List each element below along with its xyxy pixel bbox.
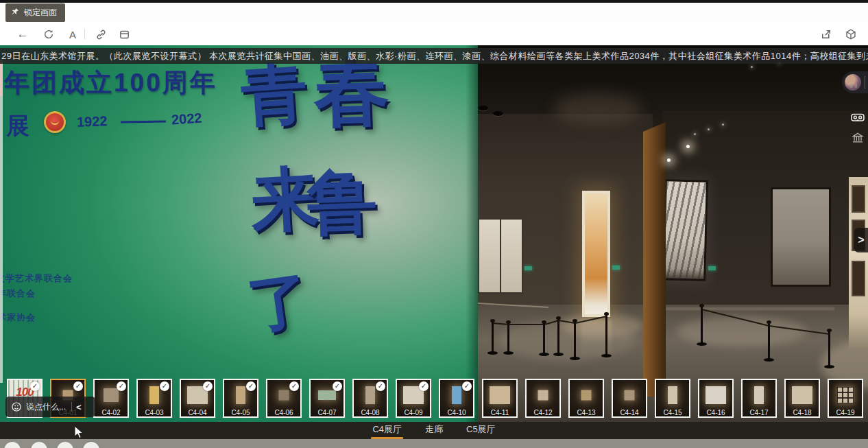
thumbnail-C4-09[interactable]: C4-09✓ [396, 379, 431, 418]
browser-toolbar: ← A [0, 22, 868, 45]
artwork-ink-abstract [662, 179, 708, 281]
ceiling-can-light [493, 111, 503, 116]
thumbnail-label: C4-05 [224, 409, 257, 416]
emoji-button[interactable] [11, 401, 22, 412]
tab-C5展厅[interactable]: C5展厅 [465, 422, 497, 439]
stanchion-post [768, 322, 770, 359]
thumbnail-C4-07[interactable]: C4-07✓ [309, 379, 345, 418]
refresh-button[interactable] [41, 27, 56, 42]
link-icon [95, 29, 107, 40]
back-button[interactable]: ← [15, 27, 30, 42]
thumbnail-label: C4-17 [743, 409, 775, 416]
calligraphy-char-5: 了 [244, 268, 314, 338]
share-button[interactable] [819, 27, 834, 42]
stanchion-post [574, 321, 576, 358]
thumbnail-C4-18[interactable]: C4-18 [784, 379, 820, 418]
wall-edge-shade [466, 45, 478, 422]
thumbnail-C4-10[interactable]: C4-10✓ [439, 379, 474, 418]
stanchion-post [828, 331, 830, 366]
window-top-edge [0, 0, 868, 3]
diptych-panel [479, 220, 500, 292]
thumbnail-C4-03[interactable]: C4-03✓ [136, 379, 172, 418]
pin-icon [11, 8, 19, 18]
year-start: 1922 [77, 113, 108, 130]
mini-artwork [852, 261, 865, 296]
thumbnail-label: C4-18 [786, 409, 819, 416]
bottom-strip [0, 439, 868, 448]
youth-league-badge-icon [44, 111, 66, 133]
museum-building-icon [851, 131, 865, 145]
gallery-interior [478, 45, 868, 422]
next-scene-button[interactable]: > [854, 228, 868, 252]
stanchion-post [701, 306, 703, 344]
model-3d-button[interactable] [843, 27, 858, 42]
marquee-text: 29日在山东美术馆开展。（此次展览不设开幕式） 本次展览共计征集中国画、油画、版… [0, 50, 868, 62]
stanchion-post [605, 314, 607, 355]
thumbnail-C4-17[interactable]: C4-17 [741, 379, 777, 418]
panorama-viewport[interactable]: 年团成立100周年 展 1922 2022 青春来鲁了 文学艺术界联合会 年联合… [0, 45, 868, 422]
thumbnail-C4-05[interactable]: C4-05✓ [223, 379, 258, 418]
thumbnail-artwork [625, 390, 635, 401]
checked-icon: ✓ [30, 381, 40, 391]
thumbnail-label: C4-06 [267, 409, 300, 416]
thumbnail-artwork [149, 386, 159, 404]
vr-goggles-icon [849, 109, 866, 126]
thumbnail-label: C4-16 [699, 409, 732, 416]
exit-sign [525, 266, 532, 270]
calligraphy-char-4: 鲁 [306, 166, 378, 238]
thumbnail-C4-08[interactable]: C4-08✓ [352, 379, 388, 418]
lock-screen-pin-button[interactable]: 锁定画面 [5, 3, 65, 22]
thumbnail-C4-12[interactable]: C4-12 [525, 379, 561, 418]
font-size-button[interactable]: A [65, 27, 80, 42]
share-icon [820, 28, 832, 40]
smiley-icon [11, 401, 22, 412]
thumbnail-label: C4-14 [613, 409, 646, 416]
thumbnail-artwork [490, 386, 510, 404]
checked-icon: ✓ [419, 381, 429, 391]
thumbnail-C4-06[interactable]: C4-06✓ [266, 379, 302, 418]
thumbnail-C4-14[interactable]: C4-14 [612, 379, 647, 418]
spotlight [694, 133, 696, 135]
link-button[interactable] [93, 27, 108, 42]
thumbnail-C4-16[interactable]: C4-16 [698, 379, 734, 418]
thumbnail-label: C4-10 [440, 409, 473, 416]
checked-icon: ✓ [462, 381, 472, 391]
titlebar [0, 3, 868, 22]
chat-input[interactable]: 说点什么... [26, 401, 66, 413]
user-badge[interactable]: 正 [842, 71, 868, 93]
museum-map-button[interactable] [850, 130, 865, 145]
thumbnail-C4-11[interactable]: C4-11 [482, 379, 518, 418]
artwork-dim [771, 187, 831, 287]
thumbnail-label: C4-02 [95, 409, 128, 416]
thumbnail-label: C4-08 [354, 409, 387, 416]
baseboard-light [663, 307, 834, 310]
chat-bar[interactable]: 说点什么... < [5, 397, 95, 417]
tab-走廊[interactable]: 走廊 [424, 422, 444, 439]
thumbnail-artwork [581, 390, 592, 401]
thumbnail-C4-04[interactable]: C4-04✓ [180, 379, 215, 418]
thumbnail-artwork [754, 386, 764, 404]
spotlight [708, 128, 710, 130]
year-end: 2022 [171, 110, 202, 128]
thumbnail-C4-15[interactable]: C4-15 [655, 379, 690, 418]
app-window: 锁定画面 – × ← A [0, 0, 868, 448]
ceiling-can-light [478, 106, 488, 110]
diptych-panel [501, 220, 522, 292]
artwork-canvas [773, 189, 829, 285]
spotlight [751, 66, 753, 68]
calligraphy-char-2: 春 [313, 52, 391, 130]
checked-icon: ✓ [160, 381, 169, 391]
vr-mode-button[interactable] [849, 108, 867, 126]
chat-collapse-button[interactable]: < [76, 402, 82, 412]
tab-C4展厅[interactable]: C4展厅 [371, 422, 403, 439]
artwork-canvas [585, 193, 607, 314]
thumbnail-label: C4-07 [311, 409, 343, 416]
floor-light-pool [677, 316, 807, 346]
thumbnail-C4-13[interactable]: C4-13 [568, 379, 604, 418]
thumbnail-C4-02[interactable]: C4-02✓ [93, 379, 129, 418]
thumbnail-C4-19[interactable]: C4-19 [828, 379, 863, 418]
mouse-cursor [74, 425, 84, 442]
checked-icon: ✓ [117, 381, 126, 391]
spotlight [722, 123, 724, 126]
save-window-button[interactable] [117, 27, 132, 42]
